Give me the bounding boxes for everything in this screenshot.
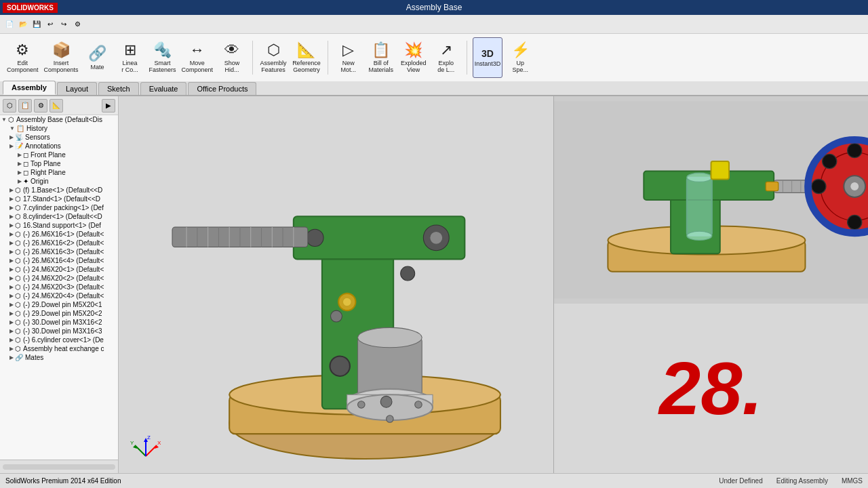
tree-item-cyl1[interactable]: ▶⬡8.cylinder<1> (Default<<D — [0, 212, 118, 221]
tree-item-annotations[interactable]: ▶📝Annotations — [0, 142, 118, 150]
tree-item-top-plane[interactable]: ▶◻Top Plane — [0, 159, 118, 168]
tree-item-m6x16-2[interactable]: ▶⬡(-) 26.M6X16<2> (Default< — [0, 239, 118, 247]
tab-evaluate[interactable]: Evaluate — [140, 82, 187, 95]
tree-icon-m6x16-4: ⬡ — [15, 257, 21, 264]
new-motion-icon: ▷ — [342, 41, 354, 59]
tool-assembly-features[interactable]: ⬡ AssemblyFeatures — [258, 37, 288, 78]
bill-of-materials-icon: 📋 — [372, 41, 390, 59]
expand-arrow-m6x16-1: ▶ — [9, 231, 14, 237]
tab-office-products[interactable]: Office Products — [188, 82, 256, 95]
tree-item-stand-support1[interactable]: ▶⬡16.Stand support<1> (Def — [0, 221, 118, 230]
tree-label-dowel-m5x20-2: (-) 29.Dowel pin M5X20<2 — [23, 310, 102, 317]
tool-new-motion[interactable]: ▷ NewMot... — [334, 37, 363, 78]
svg-line-37 — [136, 446, 146, 456]
right-side-panel: 28. — [553, 96, 868, 473]
tool-mate-label: Mate — [91, 64, 104, 70]
tool-smart-fasteners[interactable]: 🔩 SmartFasteners — [148, 37, 178, 78]
expand-arrow-right-plane: ▶ — [18, 169, 22, 176]
svg-point-7 — [430, 231, 443, 244]
tree-icon-dowel-m5x20-2: ⬡ — [15, 310, 21, 317]
tree-item-m6x16-1[interactable]: ▶⬡(-) 26.M6X16<1> (Default< — [0, 230, 118, 239]
edit-component-icon: ⚙ — [16, 41, 29, 59]
tree-label-cyl1: 8.cylinder<1> (Default<<D — [23, 213, 102, 220]
small-model-svg — [554, 96, 868, 304]
tool-exploded-view[interactable]: 💥 ExplodedView — [399, 37, 429, 78]
tab-assembly[interactable]: Assembly — [3, 81, 56, 95]
panel-tool-config-mgr[interactable]: ⚙ — [34, 99, 47, 113]
toolbar-open-btn[interactable]: 📂 — [16, 18, 30, 31]
tree-item-dowel-m3x16-1[interactable]: ▶⬡(-) 30.Dowel pin M3X16<2 — [0, 318, 118, 327]
tree-item-right-plane[interactable]: ▶◻Right Plane — [0, 168, 118, 177]
tree-item-front-plane[interactable]: ▶◻Front Plane — [0, 150, 118, 159]
tool-reference-geometry[interactable]: 📐 ReferenceGeometry — [291, 37, 322, 78]
tree-items-container: ▼📋History▶📡Sensors▶📝Annotations▶◻Front P… — [0, 124, 118, 362]
titlebar-left: SOLIDWORKS — [0, 3, 58, 13]
panel-expand-btn[interactable]: ▶ — [102, 99, 115, 113]
tree-item-stand1[interactable]: ▶⬡17.Stand<1> (Default<<D — [0, 195, 118, 203]
toolbar-new-btn[interactable]: 📄 — [3, 18, 16, 31]
tree-label-annotations: Annotations — [25, 142, 61, 150]
tool-edit-component[interactable]: ⚙ EditComponent — [5, 37, 40, 78]
tool-linear[interactable]: ⊞ Linear Co... — [115, 37, 145, 78]
svg-text:X: X — [157, 440, 161, 446]
expand-arrow-cyl1: ▶ — [9, 214, 14, 220]
tool-explode-line[interactable]: ↗ Explode L... — [431, 37, 461, 78]
tool-exploded-view-label: ExplodedView — [401, 60, 427, 74]
tree-item-m6x16-3[interactable]: ▶⬡(-) 26.M6X16<3> (Default< — [0, 247, 118, 256]
expand-arrow-m6x16-3: ▶ — [9, 249, 14, 255]
statusbar-edition: SolidWorks Premium 2014 x64 Edition — [5, 477, 121, 485]
tree-item-mates[interactable]: ▶🔗Mates — [0, 353, 118, 362]
toolbar-redo-btn[interactable]: ↪ — [57, 18, 71, 31]
tool-move-component[interactable]: ↔ MoveComponent — [180, 37, 215, 78]
toolbar-undo-btn[interactable]: ↩ — [43, 18, 57, 31]
tree-icon-origin: ✦ — [23, 178, 28, 185]
panel-tool-feature-mgr[interactable]: ⬡ — [3, 99, 16, 113]
tree-item-m6x20-2[interactable]: ▶⬡(-) 24.M6X20<2> (Default< — [0, 274, 118, 283]
titlebar-title: Assembly Base — [406, 3, 462, 12]
tool-show-hide[interactable]: 👁 ShowHid... — [217, 37, 247, 78]
expand-arrow-dowel-m5x20-2: ▶ — [9, 310, 14, 317]
expand-arrow-m6x20-2: ▶ — [9, 275, 14, 281]
tree-icon-m6x20-4: ⬡ — [15, 292, 21, 300]
expand-arrow-front-plane: ▶ — [18, 152, 22, 158]
panel-tool-dim-expert[interactable]: 📐 — [50, 99, 63, 113]
viewport[interactable]: 🔍 🔎 ⊕ ✋ ↺ ⊞ 📷 ⊡ — [119, 96, 868, 473]
tree-item-cyl-cover1[interactable]: ▶⬡(-) 6.cylinder cover<1> (De — [0, 336, 118, 344]
svg-point-60 — [848, 215, 862, 229]
tree-item-dowel-m5x20-2[interactable]: ▶⬡(-) 29.Dowel pin M5X20<2 — [0, 309, 118, 318]
tree-item-assembly-heat[interactable]: ▶⬡Assembly heat exchange c — [0, 344, 118, 353]
model-svg — [119, 117, 568, 473]
main-3d-model — [119, 117, 568, 473]
tree-item-dowel-m3x16-2[interactable]: ▶⬡(-) 30.Dowel pin M3X16<3 — [0, 327, 118, 336]
expand-arrow-sensors: ▶ — [9, 134, 14, 140]
tree-item-m6x20-3[interactable]: ▶⬡(-) 24.M6X20<3> (Default< — [0, 283, 118, 291]
toolbar-options-btn[interactable]: ⚙ — [71, 18, 84, 31]
svg-point-32 — [331, 310, 342, 322]
horizontal-scrollbar[interactable] — [3, 464, 115, 470]
tool-insert-components[interactable]: 📦 InsertComponents — [43, 37, 80, 78]
tab-sketch[interactable]: Sketch — [98, 82, 139, 95]
tool-up-speed[interactable]: ⚡ UpSpe... — [505, 37, 535, 78]
tree-label-m6x16-4: (-) 26.M6X16<4> (Default< — [23, 257, 104, 264]
tool-instant3d[interactable]: 3D Instant3D — [473, 37, 503, 78]
tree-item-base1[interactable]: ▶⬡(f) 1.Base<1> (Default<<D — [0, 186, 118, 195]
tree-item-history[interactable]: ▼📋History — [0, 124, 118, 133]
root-icon: ⬡ — [8, 116, 14, 123]
svg-point-30 — [330, 356, 350, 375]
tree-item-m6x20-1[interactable]: ▶⬡(-) 24.M6X20<1> (Default< — [0, 265, 118, 274]
tree-item-dowel-m5x20-1[interactable]: ▶⬡(-) 29.Dowel pin M5X20<1 — [0, 300, 118, 309]
tree-item-cyl-pack1[interactable]: ▶⬡7.cylinder packing<1> (Def — [0, 203, 118, 212]
tree-item-m6x20-4[interactable]: ▶⬡(-) 24.M6X20<4> (Default< — [0, 291, 118, 300]
tree-root[interactable]: ▼ ⬡ Assembly Base (Default<Dis — [0, 115, 118, 124]
toolbar-divider-2 — [328, 41, 328, 75]
tree-label-dowel-m3x16-2: (-) 30.Dowel pin M3X16<3 — [23, 327, 102, 335]
tree-item-origin[interactable]: ▶✦Origin — [0, 177, 118, 186]
toolbar-save-btn[interactable]: 💾 — [30, 18, 43, 31]
tree-item-m6x16-4[interactable]: ▶⬡(-) 26.M6X16<4> (Default< — [0, 256, 118, 265]
panel-tool-property-mgr[interactable]: 📋 — [18, 99, 32, 113]
tab-layout[interactable]: Layout — [57, 82, 97, 95]
tool-bill-of-materials[interactable]: 📋 Bill ofMaterials — [366, 37, 396, 78]
tab-bar: Assembly Layout Sketch Evaluate Office P… — [0, 81, 868, 96]
tree-item-sensors[interactable]: ▶📡Sensors — [0, 133, 118, 142]
tool-mate[interactable]: 🔗 Mate — [83, 37, 113, 78]
